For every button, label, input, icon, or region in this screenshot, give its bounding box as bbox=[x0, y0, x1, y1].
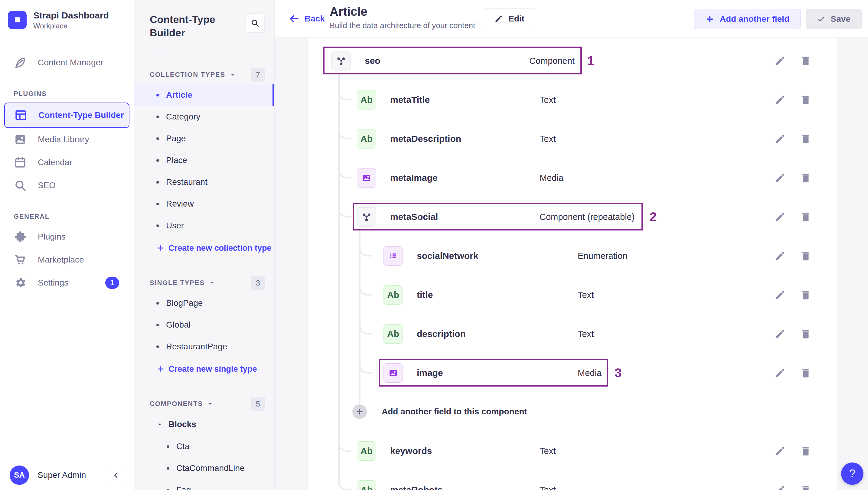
annotation-number-2: 2 bbox=[650, 210, 657, 224]
create-single-type-link[interactable]: Create new single type bbox=[134, 358, 274, 380]
annotation-number-3: 3 bbox=[615, 366, 621, 380]
fields-list: seo Component Ab metaTitle Text bbox=[309, 41, 837, 490]
collection-type-review[interactable]: Review bbox=[134, 193, 274, 215]
avatar: SA bbox=[10, 465, 29, 485]
edit-field-button[interactable] bbox=[774, 367, 786, 379]
collection-type-page[interactable]: Page bbox=[134, 128, 274, 149]
text-field-icon: Ab bbox=[357, 480, 376, 490]
edit-field-button[interactable] bbox=[774, 172, 786, 184]
delete-field-button[interactable] bbox=[800, 367, 811, 379]
field-type: Text bbox=[539, 134, 556, 144]
field-name: keywords bbox=[390, 446, 432, 456]
text-field-icon: Ab bbox=[383, 285, 403, 305]
delete-field-button[interactable] bbox=[800, 172, 811, 184]
page-title: Article bbox=[330, 5, 475, 19]
edit-field-button[interactable] bbox=[774, 250, 786, 262]
delete-field-button[interactable] bbox=[800, 445, 811, 457]
edit-field-button[interactable] bbox=[774, 211, 786, 223]
caret-down-icon bbox=[207, 401, 213, 407]
delete-field-button[interactable] bbox=[800, 484, 811, 490]
delete-field-button[interactable] bbox=[800, 211, 811, 223]
add-field-to-component-label[interactable]: Add another field to this component bbox=[382, 407, 527, 417]
field-type: Component (repeatable) bbox=[539, 212, 634, 222]
field-row-socialnetwork: socialNetwork Enumeration bbox=[309, 236, 837, 275]
component-field-icon bbox=[357, 207, 376, 226]
edit-field-button[interactable] bbox=[774, 133, 786, 145]
collection-type-article[interactable]: Article bbox=[134, 84, 274, 106]
nav-content-type-builder[interactable]: Content-Type Builder bbox=[4, 102, 129, 128]
search-icon bbox=[250, 19, 259, 28]
plus-icon bbox=[156, 244, 164, 252]
components-list: Cta CtaCommandLine Faq Features bbox=[134, 435, 274, 490]
delete-field-button[interactable] bbox=[800, 133, 811, 145]
search-button[interactable] bbox=[245, 13, 265, 33]
edit-field-button[interactable] bbox=[774, 328, 786, 340]
delete-field-button[interactable] bbox=[800, 94, 811, 105]
nav-calendar[interactable]: Calendar bbox=[0, 151, 134, 174]
component-faq[interactable]: Faq bbox=[134, 479, 274, 490]
media-field-icon bbox=[357, 168, 376, 187]
components-toggle[interactable]: COMPONENTS bbox=[150, 400, 213, 408]
enumeration-field-icon bbox=[383, 246, 403, 266]
collapse-sidebar-button[interactable] bbox=[108, 467, 124, 483]
add-field-to-component-button[interactable] bbox=[352, 404, 367, 419]
single-types-list: BlogPage Global RestaurantPage bbox=[134, 292, 274, 358]
nav-content-manager[interactable]: Content Manager bbox=[0, 51, 134, 74]
page-header: Back Article Build the data architecture… bbox=[275, 0, 868, 38]
edit-field-button[interactable] bbox=[774, 289, 786, 301]
workspace-header[interactable]: Strapi Dashboard Workplace bbox=[0, 0, 134, 40]
collection-types-list: Article Category Page Place Restaurant R… bbox=[134, 84, 274, 237]
check-icon bbox=[817, 15, 825, 23]
collection-type-user[interactable]: User bbox=[134, 215, 274, 237]
single-type-global[interactable]: Global bbox=[134, 314, 274, 336]
delete-field-button[interactable] bbox=[800, 250, 811, 262]
collection-type-place[interactable]: Place bbox=[134, 149, 274, 171]
save-button[interactable]: Save bbox=[806, 9, 862, 29]
single-type-restaurantpage[interactable]: RestaurantPage bbox=[134, 336, 274, 358]
nav-settings[interactable]: Settings 1 bbox=[0, 271, 134, 294]
text-field-icon: Ab bbox=[357, 129, 376, 149]
single-type-blogpage[interactable]: BlogPage bbox=[134, 292, 274, 314]
field-name: metaRobots bbox=[390, 485, 442, 490]
add-another-field-button[interactable]: Add another field bbox=[694, 9, 801, 29]
edit-field-button[interactable] bbox=[774, 445, 786, 457]
back-button[interactable]: Back bbox=[289, 13, 325, 24]
edit-field-button[interactable] bbox=[774, 94, 786, 105]
nav-label: SEO bbox=[38, 181, 56, 190]
single-types-header: SINGLE TYPES 3 bbox=[150, 276, 265, 290]
nav-section-plugins: PLUGINS bbox=[0, 90, 134, 98]
edit-field-button[interactable] bbox=[774, 55, 786, 66]
component-group-blocks[interactable]: Blocks bbox=[134, 413, 274, 435]
collection-type-category[interactable]: Category bbox=[134, 106, 274, 128]
delete-field-button[interactable] bbox=[800, 328, 811, 340]
nav-plugins[interactable]: Plugins bbox=[0, 225, 134, 248]
field-name: title bbox=[417, 290, 433, 300]
strapi-logo-icon bbox=[8, 11, 27, 29]
component-ctacommandline[interactable]: CtaCommandLine bbox=[134, 457, 274, 479]
nav-marketplace[interactable]: Marketplace bbox=[0, 248, 134, 271]
single-types-toggle[interactable]: SINGLE TYPES bbox=[150, 279, 215, 287]
component-cta[interactable]: Cta bbox=[134, 435, 274, 457]
pencil-icon bbox=[495, 14, 503, 23]
create-collection-type-link[interactable]: Create new collection type bbox=[134, 237, 274, 259]
nav-seo[interactable]: SEO bbox=[0, 174, 134, 197]
edit-button[interactable]: Edit bbox=[484, 8, 535, 29]
main-area: Back Article Build the data architecture… bbox=[275, 0, 868, 490]
main-nav: Content Manager PLUGINS Content-Type Bui… bbox=[0, 40, 134, 460]
delete-field-button[interactable] bbox=[800, 289, 811, 301]
annotation-number-1: 1 bbox=[587, 54, 594, 68]
delete-field-button[interactable] bbox=[800, 55, 811, 66]
field-row-metaimage: metaImage Media bbox=[309, 158, 837, 197]
text-field-icon: Ab bbox=[357, 441, 376, 461]
collection-type-restaurant[interactable]: Restaurant bbox=[134, 171, 274, 193]
edit-field-button[interactable] bbox=[774, 484, 786, 490]
workspace-name: Workplace bbox=[33, 22, 109, 30]
field-row-seo: seo Component bbox=[309, 41, 837, 80]
collection-types-toggle[interactable]: COLLECTION TYPES bbox=[150, 71, 236, 79]
single-types-count: 3 bbox=[251, 276, 265, 290]
content-type-builder-icon bbox=[14, 109, 28, 122]
nav-media-library[interactable]: Media Library bbox=[0, 128, 134, 151]
arrow-left-icon bbox=[289, 13, 300, 24]
help-button[interactable]: ? bbox=[841, 462, 864, 485]
field-name: metaDescription bbox=[390, 134, 461, 144]
